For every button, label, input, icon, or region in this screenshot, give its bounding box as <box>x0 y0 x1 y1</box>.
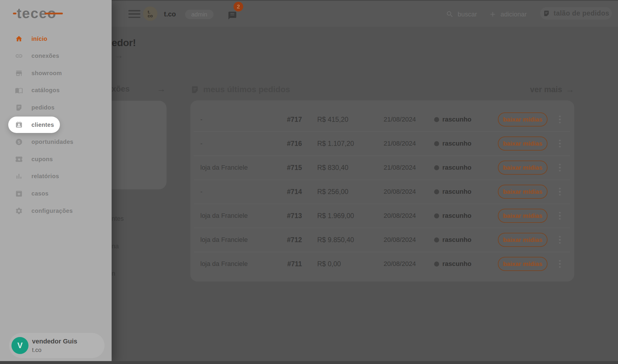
download-media-button[interactable]: baixar mídias <box>498 233 548 247</box>
link-icon <box>15 52 23 60</box>
status-dot-icon <box>434 189 439 194</box>
orders-icon <box>190 85 199 94</box>
logo-dash-icon <box>13 13 16 14</box>
svg-text:$: $ <box>18 139 20 144</box>
gear-icon <box>15 207 23 215</box>
ticket-star-icon <box>15 155 23 163</box>
sidebar-item-conexoes[interactable]: conexões <box>0 47 112 65</box>
order-status: rascunho <box>434 140 471 147</box>
connections-header-fragment: xões <box>112 85 130 94</box>
row-menu-kebab-icon[interactable] <box>555 136 565 151</box>
sidebar-item-oportunidades[interactable]: $ oportunidades <box>0 133 112 151</box>
row-menu-kebab-icon[interactable] <box>555 257 565 271</box>
app-root: t. co t.co admin 2 buscar adicionar talã… <box>0 0 618 364</box>
add-label: adicionar <box>501 11 527 18</box>
see-more-link[interactable]: ver mais → <box>530 85 574 95</box>
workspace-name: t.co <box>164 10 176 18</box>
status-dot-icon <box>434 213 439 218</box>
chat-icon[interactable] <box>228 11 237 20</box>
order-status: rascunho <box>434 116 471 123</box>
greeting-arrow-icon[interactable]: → <box>114 50 123 61</box>
row-menu-kebab-icon[interactable] <box>555 161 565 175</box>
download-media-button[interactable]: baixar mídias <box>498 185 548 199</box>
search-label: buscar <box>458 11 477 18</box>
connections-arrow-icon[interactable]: → <box>157 84 166 94</box>
status-dot-icon <box>434 262 439 267</box>
row-menu-kebab-icon[interactable] <box>555 185 565 199</box>
row-menu-kebab-icon[interactable] <box>555 233 565 247</box>
home-icon <box>15 35 23 43</box>
download-media-button[interactable]: baixar mídias <box>498 112 548 127</box>
notification-badge[interactable]: 2 <box>234 2 243 11</box>
order-client: loja da Franciele <box>200 260 248 268</box>
order-total: R$ 0,00 <box>317 260 341 268</box>
sidebar-item-pedidos[interactable]: pedidos <box>0 99 112 116</box>
order-status: rascunho <box>434 260 471 268</box>
order-status: rascunho <box>434 188 471 196</box>
role-badge: admin <box>185 10 214 19</box>
sidebar-item-cupons[interactable]: cupons <box>0 151 112 168</box>
download-media-button[interactable]: baixar mídias <box>498 161 548 175</box>
workspace-avatar-monogram: t. co <box>148 10 153 18</box>
row-menu-kebab-icon[interactable] <box>555 112 565 127</box>
order-status: rascunho <box>434 212 471 220</box>
status-dot-icon <box>434 141 439 146</box>
orders-card: - #717 R$ 415,20 21/08/2024 rascunho bai… <box>190 100 574 282</box>
user-name: vendedor Guis <box>32 338 77 345</box>
download-media-button[interactable]: baixar mídias <box>498 136 548 151</box>
archive-icon <box>15 190 23 198</box>
storefront-icon <box>15 69 23 77</box>
order-date: 20/08/2024 <box>384 212 416 220</box>
order-total: R$ 830,40 <box>317 164 348 172</box>
download-media-button[interactable]: baixar mídias <box>498 257 548 271</box>
order-pad-button[interactable]: talão de pedidos <box>540 7 612 20</box>
plus-icon <box>489 10 497 18</box>
user-card[interactable]: V vendedor Guis t.co <box>9 333 105 358</box>
teceo-logo: teceo <box>13 6 56 22</box>
search-icon <box>446 10 454 18</box>
user-avatar: V <box>11 337 28 354</box>
order-date: 20/08/2024 <box>384 260 416 268</box>
add-button[interactable]: adicionar <box>489 1 527 28</box>
order-number: #714 <box>273 188 302 196</box>
connection-name-fragment: na <box>112 242 119 250</box>
order-total: R$ 1.107,20 <box>317 140 354 148</box>
connections-card: ntes na n <box>112 101 167 189</box>
order-client: loja da Franciele <box>200 236 248 244</box>
order-number: #716 <box>273 140 302 148</box>
order-pad-icon <box>543 10 550 17</box>
order-number: #717 <box>273 116 302 124</box>
sidebar-item-configuracoes[interactable]: configurações <box>0 202 112 220</box>
workspace-avatar[interactable]: t. co <box>143 6 157 21</box>
sidebar-item-relatorios[interactable]: relatórios <box>0 168 112 185</box>
orders-section-title: meus últimos pedidos <box>203 85 290 94</box>
order-row: loja da Franciele #713 R$ 1.969,00 20/08… <box>190 204 574 228</box>
order-row: loja da Franciele #715 R$ 830,40 21/08/2… <box>190 156 574 180</box>
order-total: R$ 415,20 <box>317 116 348 124</box>
greeting-text-fragment: edor! <box>112 37 136 48</box>
order-row: - #714 R$ 256,00 20/08/2024 rascunho bai… <box>190 180 574 204</box>
sidebar-item-inicio[interactable]: início <box>0 30 112 48</box>
order-status: rascunho <box>434 236 471 244</box>
download-media-button[interactable]: baixar mídias <box>498 209 548 223</box>
menu-hamburger-icon[interactable] <box>128 10 140 18</box>
order-total: R$ 1.969,00 <box>317 212 354 220</box>
sidebar-item-casos[interactable]: casos <box>0 185 112 202</box>
dollar-circle-icon: $ <box>15 138 23 146</box>
order-date: 21/08/2024 <box>384 116 416 123</box>
sidebar-item-catalogos[interactable]: catálogos <box>0 82 112 99</box>
search-button[interactable]: buscar <box>446 1 477 28</box>
order-client: loja da Franciele <box>200 164 248 171</box>
open-book-icon <box>15 86 23 94</box>
row-menu-kebab-icon[interactable] <box>555 209 565 223</box>
window-bottom-edge <box>0 361 618 364</box>
order-row: - #716 R$ 1.107,20 21/08/2024 rascunho b… <box>190 132 574 156</box>
order-date: 20/08/2024 <box>384 188 416 196</box>
contact-card-icon <box>15 121 23 129</box>
order-number: #711 <box>273 260 302 268</box>
sidebar-item-showroom[interactable]: showroom <box>0 65 112 82</box>
order-date: 21/08/2024 <box>384 164 416 171</box>
connection-name-fragment: n <box>112 270 115 277</box>
sidebar-item-clientes[interactable]: clientes <box>8 117 60 133</box>
see-more-arrow-icon: → <box>566 85 574 95</box>
